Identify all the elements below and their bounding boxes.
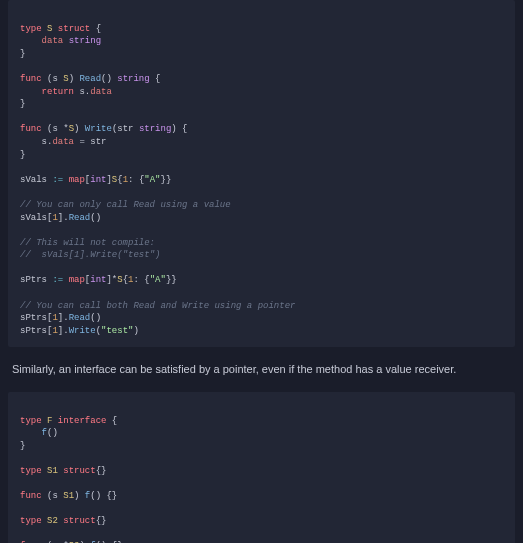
comment: // This will not compile: — [20, 238, 155, 248]
explanation-paragraph: Similarly, an interface can be satisfied… — [0, 347, 523, 392]
code-block-interface: type F interface { f() } type S1 struct{… — [8, 392, 515, 543]
comment: // You can call both Read and Write usin… — [20, 301, 295, 311]
comment: // You can only call Read using a value — [20, 200, 231, 210]
comment: // sVals[1].Write("test") — [20, 250, 160, 260]
code-block-receivers: type S struct { data string } func (s S)… — [8, 0, 515, 347]
